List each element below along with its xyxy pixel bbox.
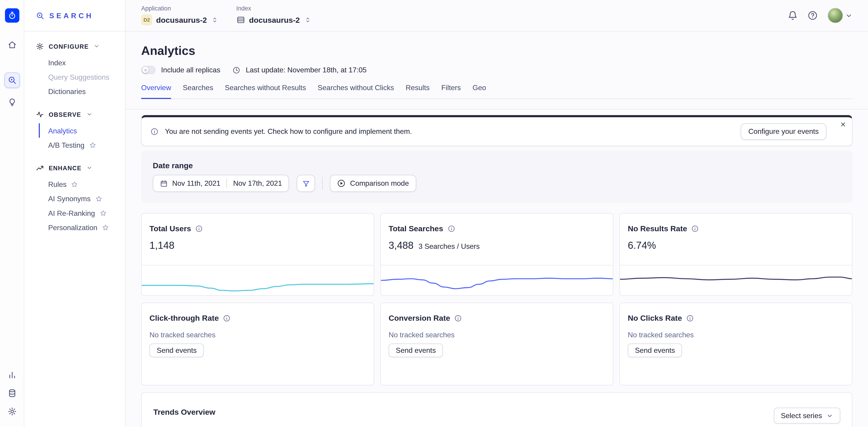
sidebar-item-query-suggestions[interactable]: Query Suggestions bbox=[39, 70, 125, 84]
user-menu[interactable] bbox=[828, 8, 852, 23]
sidebar-item-ai-re-ranking[interactable]: AI Re-Ranking bbox=[39, 206, 125, 220]
application-selector-group: Application D2 docusaurus-2 bbox=[141, 0, 219, 26]
tab-results[interactable]: Results bbox=[406, 84, 430, 99]
x-icon bbox=[144, 68, 147, 72]
topbar-right bbox=[788, 0, 852, 31]
send-events-button[interactable]: Send events bbox=[150, 343, 204, 357]
info-icon[interactable] bbox=[455, 314, 462, 322]
sidebar-item-index[interactable]: Index bbox=[39, 55, 125, 70]
sidebar-item-rules[interactable]: Rules bbox=[39, 177, 125, 191]
info-icon[interactable] bbox=[692, 225, 699, 232]
star-icon bbox=[99, 209, 106, 217]
search-product-header[interactable]: SEARCH bbox=[24, 0, 125, 31]
main-area: Application D2 docusaurus-2 Index docusa… bbox=[126, 0, 868, 427]
sidebar-item-analytics[interactable]: Analytics bbox=[39, 123, 125, 138]
divider bbox=[226, 179, 227, 188]
stat-card-click-through-rate: Click-through Rate No tracked searches S… bbox=[141, 302, 374, 385]
chevron-down-icon bbox=[827, 412, 833, 419]
date-range-picker[interactable]: Nov 11th, 2021 Nov 17th, 2021 bbox=[153, 175, 289, 192]
date-range-panel: Date range Nov 11th, 2021 Nov 17th, 2021 bbox=[141, 151, 852, 203]
algolia-logo[interactable] bbox=[5, 8, 19, 23]
include-replicas-toggle[interactable] bbox=[141, 66, 156, 74]
info-icon[interactable] bbox=[448, 225, 455, 232]
stat-value: 6.74% bbox=[628, 240, 656, 252]
stopwatch-icon bbox=[7, 11, 17, 20]
events-banner: You are not sending events yet. Check ho… bbox=[141, 115, 852, 146]
sidebar-item-dictionaries[interactable]: Dictionaries bbox=[39, 84, 125, 98]
select-series-dropdown[interactable]: Select series bbox=[774, 408, 840, 424]
info-icon[interactable] bbox=[195, 225, 203, 232]
date-range-controls: Nov 11th, 2021 Nov 17th, 2021 Comparison… bbox=[153, 175, 841, 192]
divider bbox=[322, 177, 323, 190]
index-label: Index bbox=[236, 5, 311, 12]
help-icon[interactable] bbox=[808, 10, 818, 21]
application-select[interactable]: D2 docusaurus-2 bbox=[141, 14, 219, 26]
sidebar-item-ab-testing[interactable]: A/B Testing bbox=[39, 138, 125, 152]
sidebar-section-header-observe[interactable]: OBSERVE bbox=[24, 107, 125, 122]
stat-card-no-clicks-rate: No Clicks Rate No tracked searches Send … bbox=[619, 302, 852, 385]
application-badge: D2 bbox=[141, 14, 152, 26]
filter-button[interactable] bbox=[297, 175, 315, 192]
lightbulb-icon[interactable] bbox=[4, 95, 20, 110]
bar-chart-icon[interactable] bbox=[4, 367, 20, 383]
funnel-icon bbox=[302, 179, 310, 187]
comparison-mode-button[interactable]: Comparison mode bbox=[330, 175, 416, 192]
sidebar-section-enhance: ENHANCE Rules AI Synonyms AI Re-Ranking bbox=[24, 161, 125, 235]
send-events-button[interactable]: Send events bbox=[389, 343, 443, 357]
date-range-title: Date range bbox=[153, 161, 841, 170]
index-icon bbox=[236, 15, 245, 24]
header-divider bbox=[126, 109, 868, 109]
index-selector-group: Index docusaurus-2 bbox=[236, 0, 311, 26]
tab-searches-without-clicks[interactable]: Searches without Clicks bbox=[318, 84, 394, 99]
configure-events-button[interactable]: Configure your events bbox=[741, 123, 827, 140]
analytics-page: Analytics Include all replicas Last upda… bbox=[126, 31, 868, 427]
settings-gear-icon[interactable] bbox=[4, 404, 20, 419]
notifications-bell-icon[interactable] bbox=[788, 10, 798, 21]
tab-overview[interactable]: Overview bbox=[141, 84, 171, 99]
close-icon[interactable] bbox=[840, 121, 846, 128]
sidebar-section-header-enhance[interactable]: ENHANCE bbox=[24, 161, 125, 175]
send-events-button[interactable]: Send events bbox=[628, 343, 682, 357]
start-date: Nov 11th, 2021 bbox=[172, 179, 220, 187]
sidebar-item-ai-synonyms[interactable]: AI Synonyms bbox=[39, 191, 125, 206]
trending-up-icon bbox=[36, 164, 44, 172]
stat-subtext: 3 Searches / Users bbox=[418, 242, 480, 250]
tab-searches-without-results[interactable]: Searches without Results bbox=[225, 84, 306, 99]
tab-geo[interactable]: Geo bbox=[472, 84, 486, 99]
stat-value: 3,488 bbox=[389, 240, 413, 252]
stat-value: 1,148 bbox=[150, 240, 174, 252]
sidebar: SEARCH CONFIGURE Index Query Suggestions… bbox=[24, 0, 126, 427]
sidebar-item-personalization[interactable]: Personalization bbox=[39, 220, 125, 234]
star-icon bbox=[102, 224, 109, 231]
index-value: docusaurus-2 bbox=[249, 15, 300, 24]
play-circle-icon bbox=[337, 179, 346, 187]
stat-card-total-users: Total Users 1,148 bbox=[141, 213, 374, 296]
info-icon[interactable] bbox=[686, 314, 694, 322]
no-tracked-searches-note: No tracked searches bbox=[620, 323, 852, 339]
application-label: Application bbox=[141, 5, 219, 12]
tab-filters[interactable]: Filters bbox=[441, 84, 461, 99]
chevron-down-icon bbox=[87, 165, 93, 171]
index-select[interactable]: docusaurus-2 bbox=[236, 14, 311, 26]
home-icon[interactable] bbox=[4, 37, 20, 53]
tab-searches[interactable]: Searches bbox=[183, 84, 213, 99]
product-name: SEARCH bbox=[49, 11, 94, 20]
sparkline-no-results-rate bbox=[620, 262, 852, 295]
chevron-down-icon bbox=[845, 12, 852, 19]
search-product-icon[interactable] bbox=[4, 72, 20, 88]
info-icon bbox=[151, 128, 158, 135]
star-icon bbox=[89, 141, 96, 149]
topbar: Application D2 docusaurus-2 Index docusa… bbox=[126, 0, 868, 31]
chevron-down-icon bbox=[86, 111, 92, 117]
stat-card-no-results-rate: No Results Rate 6.74% bbox=[619, 213, 852, 296]
chevron-down-icon bbox=[94, 43, 100, 50]
sort-carets-icon bbox=[304, 16, 311, 24]
info-icon[interactable] bbox=[223, 314, 230, 322]
database-icon[interactable] bbox=[4, 386, 20, 401]
last-update-text: Last update: November 18th, at 17:05 bbox=[246, 66, 367, 74]
sidebar-section-header-configure[interactable]: CONFIGURE bbox=[24, 39, 125, 54]
sidebar-section-observe: OBSERVE Analytics A/B Testing bbox=[24, 107, 125, 152]
sidebar-section-configure: CONFIGURE Index Query Suggestions Dictio… bbox=[24, 39, 125, 98]
search-icon bbox=[36, 11, 44, 20]
trends-overview-panel: Trends Overview Select series bbox=[141, 392, 852, 427]
